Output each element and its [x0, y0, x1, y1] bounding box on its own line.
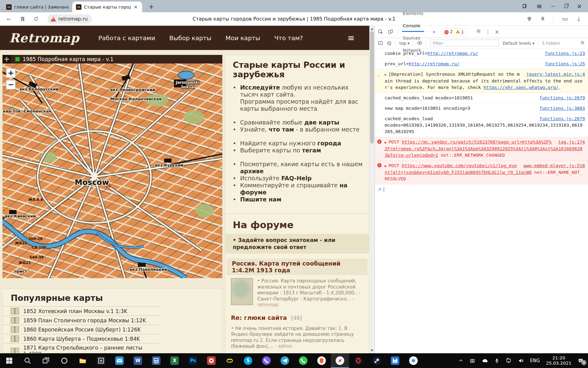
map-thumbnail[interactable] — [231, 278, 253, 305]
map-move-icon[interactable] — [2, 55, 11, 63]
popular-map-item[interactable]: 1860 Европейская Россия (Шуберт) 1:126K — [3, 325, 160, 334]
chrome-taskbar-icon[interactable] — [404, 353, 423, 368]
nav-item-1[interactable]: Выбор карты — [169, 34, 212, 42]
retromap-logo[interactable]: Retromap — [9, 31, 79, 45]
batman-game-taskbar-icon[interactable] — [221, 353, 239, 368]
window-restore-button[interactable] — [564, 5, 568, 8]
post-author[interactable]: admin — [278, 343, 292, 349]
paint-taskbar-icon[interactable] — [202, 353, 221, 368]
clear-console-icon[interactable] — [387, 41, 392, 46]
download-icon[interactable]: ↓ — [576, 16, 581, 22]
word-taskbar-icon[interactable]: W — [129, 353, 147, 368]
collections-flag-icon[interactable] — [522, 3, 527, 9]
file-explorer-taskbar-icon[interactable] — [74, 353, 92, 368]
source-location-link[interactable]: functions.js:25 — [545, 61, 585, 67]
brave-taskbar-icon[interactable] — [312, 353, 331, 368]
zoom-in-button[interactable]: + — [6, 68, 16, 78]
more-tabs-icon[interactable]: » — [433, 29, 436, 35]
page-scrollbar[interactable]: ▲ ▼ — [369, 26, 375, 353]
bullet-segment[interactable]: тегам — [302, 147, 321, 154]
nav-item-3[interactable]: Что там? — [274, 34, 303, 42]
scroll-down-icon[interactable]: ▼ — [369, 348, 375, 352]
camera-icon[interactable] — [469, 358, 475, 364]
window-minimize-button[interactable] — [551, 6, 555, 6]
forum-pinned-row[interactable]: • Задайте вопрос знатокам - или предложи… — [225, 234, 369, 254]
yandex-icon[interactable]: Я — [20, 16, 25, 22]
context-selector[interactable]: top ▾ — [399, 41, 409, 46]
tab-old-maps[interactable]: re Старые карты городов × — [72, 2, 142, 12]
telegram-taskbar-icon[interactable] — [276, 353, 294, 368]
thread-title-text[interactable]: Re: глюки сайта — [231, 314, 287, 321]
bullet-segment[interactable]: FAQ-Help — [281, 175, 312, 182]
security-warning-icon[interactable] — [51, 17, 56, 21]
new-tab-button[interactable]: + — [147, 2, 156, 11]
devtools-settings-icon[interactable] — [476, 29, 481, 35]
calculator-taskbar-icon[interactable] — [147, 353, 165, 368]
devtools-tab-console[interactable]: Console — [402, 20, 424, 32]
console-prompt[interactable]: > — [375, 184, 588, 194]
notification-center-icon[interactable]: 5 — [578, 358, 584, 364]
window-close-button[interactable]: × — [577, 3, 582, 9]
console-url-link[interactable]: http://retromap.ru/ — [428, 51, 478, 56]
tab-glitches[interactable]: re глюки сайта | Замечания, — [2, 2, 72, 12]
eye-icon[interactable] — [417, 40, 422, 46]
speaker-icon[interactable] — [518, 358, 524, 363]
bullet-segment[interactable]: Исследуйте — [240, 84, 280, 91]
author-link[interactable]: retromap — [257, 302, 278, 308]
console-url-link[interactable]: http://retromap.ru/ — [409, 61, 460, 66]
devtools-close-icon[interactable]: × — [495, 29, 499, 35]
forum-thread-title[interactable]: Re: глюки сайта[49] — [225, 309, 369, 322]
source-location-link[interactable]: functions.js:2679 — [540, 95, 585, 101]
back-icon[interactable]: ← — [7, 16, 12, 22]
yandex-browser-taskbar-icon[interactable] — [331, 353, 349, 368]
source-location-link[interactable]: www-embed-player.js:518 — [523, 163, 585, 169]
viber-taskbar-icon[interactable] — [257, 353, 276, 368]
taskbar-clock[interactable]: 21:20 25.03.2021 — [546, 355, 571, 366]
excel-taskbar-icon[interactable]: X — [165, 353, 184, 368]
source-location-link[interactable]: jquery-latest.min.js:4 — [526, 71, 585, 78]
console-url-link[interactable]: https://www.youtube.com/youtubei/v1/log_… — [385, 163, 532, 175]
popular-map-item[interactable]: 1860 Карта Шуберта – Подмосковье 1:84K — [3, 334, 160, 343]
mail-taskbar-icon[interactable] — [110, 353, 129, 368]
devtools-menu-icon[interactable]: ⋮ — [485, 29, 491, 35]
task-view-taskbar-icon[interactable] — [37, 353, 55, 368]
browser-menu-icon[interactable]: ≡ — [537, 2, 542, 10]
bullet-segment[interactable]: архиве — [240, 168, 264, 174]
bullet-segment[interactable]: что там — [269, 126, 294, 133]
start-taskbar-icon[interactable] — [0, 353, 18, 368]
bookmark-icon[interactable] — [540, 16, 545, 22]
popular-map-item[interactable]: 1852 Хотевский план Москвы v.1 1:3K — [3, 306, 160, 316]
expand-arrow-icon[interactable]: ▶ — [385, 140, 387, 144]
device-toolbar-icon[interactable] — [388, 29, 393, 35]
source-location-link[interactable]: functions.js:23 — [545, 50, 585, 57]
cortana-taskbar-icon[interactable] — [55, 353, 74, 368]
console-settings-icon[interactable] — [580, 40, 585, 46]
url-field[interactable]: retromap.ru — [47, 14, 92, 24]
popular-map-item[interactable]: 1859 План Столичного города Москвы 1:12K — [3, 316, 160, 325]
console-url-link[interactable]: https://xhr.spec.whatwg.org/ — [484, 85, 558, 90]
onedrive-icon[interactable] — [481, 358, 488, 363]
network-display-icon[interactable] — [506, 358, 512, 363]
source-location-link[interactable]: functions.js:3003 — [540, 105, 585, 112]
expand-arrow-icon[interactable]: ▶ — [385, 164, 387, 168]
bullet-segment[interactable]: Пишите нам — [240, 196, 281, 203]
source-location-link[interactable]: functions.js:2679 — [540, 116, 585, 122]
keyboard-language[interactable]: ENG — [530, 358, 540, 363]
photoshop-taskbar-icon[interactable]: Ps — [184, 353, 202, 368]
nav-item-0[interactable]: Работа с картами — [98, 34, 155, 42]
map-viewport[interactable]: + − — [2, 63, 222, 278]
source-location-link[interactable]: tag.js:174 — [558, 139, 585, 145]
bullet-segment[interactable]: города — [317, 140, 341, 147]
forum-topic-title[interactable]: Россия. Карта путей сообщений 1:4.2M 191… — [227, 259, 368, 275]
devtools-tab-elements[interactable]: Elements — [402, 7, 424, 20]
reader-glasses-icon[interactable] — [562, 16, 568, 22]
scroll-up-icon[interactable]: ▲ — [369, 27, 375, 31]
skype-taskbar-icon[interactable]: S — [239, 353, 257, 368]
site-menu-icon[interactable]: ≡ — [348, 33, 355, 43]
tray-expand-icon[interactable] — [458, 358, 463, 363]
log-levels-dropdown[interactable]: Default levels ▾ — [503, 41, 534, 46]
tab-close-icon[interactable]: × — [133, 4, 138, 10]
microphone-icon[interactable] — [494, 358, 499, 363]
scrollbar-thumb[interactable] — [370, 31, 374, 144]
search-taskbar-icon[interactable] — [18, 353, 37, 368]
